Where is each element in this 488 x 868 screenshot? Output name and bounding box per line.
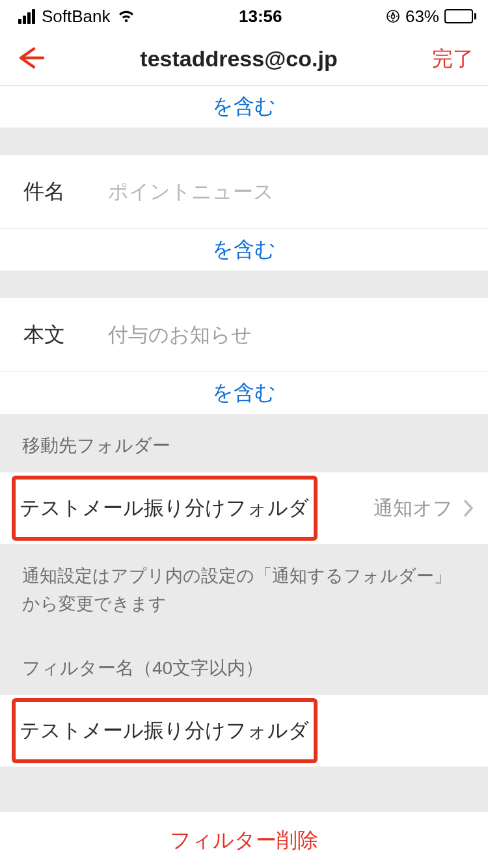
- arrow-left-icon: [14, 62, 46, 73]
- separator: [0, 128, 488, 155]
- filter-name-row: [0, 695, 488, 766]
- separator: [0, 766, 488, 812]
- filter-name-input[interactable]: [20, 719, 468, 742]
- condition1-contains-row[interactable]: を含む: [0, 86, 488, 128]
- notify-status: 通知オフ: [373, 495, 453, 522]
- delete-filter-label: フィルター削除: [170, 826, 318, 855]
- chevron-right-icon: [463, 499, 474, 517]
- body-section: 本文 を含む: [0, 298, 488, 414]
- rotation-lock-icon: [386, 9, 400, 23]
- battery-icon: [444, 9, 476, 23]
- subject-contains-row[interactable]: を含む: [0, 229, 488, 271]
- status-right: 63%: [386, 7, 476, 27]
- subject-label: 件名: [23, 178, 108, 206]
- contains-option: を含む: [212, 92, 276, 121]
- contains-option: を含む: [212, 379, 276, 407]
- nav-bar: testaddress@co.jp 完了: [0, 33, 488, 86]
- carrier-label: SoftBank: [42, 7, 111, 27]
- delete-filter-row[interactable]: フィルター削除: [0, 812, 488, 868]
- subject-row: 件名: [0, 155, 488, 229]
- done-button[interactable]: 完了: [432, 45, 474, 74]
- cellular-signal-icon: [18, 9, 35, 24]
- body-label: 本文: [23, 321, 108, 349]
- filter-name-header: フィルター名（40文字以内）: [0, 644, 488, 695]
- nav-title: testaddress@co.jp: [140, 46, 337, 72]
- dest-folder-name: テストメール振り分けフォルダ: [20, 495, 309, 522]
- notice-text: 通知設定はアプリ内の設定の「通知するフォルダー」から変更できます: [0, 544, 488, 644]
- subject-section: 件名 を含む: [0, 155, 488, 271]
- dest-folder-header: 移動先フォルダー: [0, 414, 488, 472]
- contains-option: を含む: [212, 236, 276, 264]
- status-left: SoftBank: [18, 7, 135, 27]
- body-row: 本文: [0, 298, 488, 372]
- status-bar: SoftBank 13:56 63%: [0, 0, 488, 33]
- dest-folder-row[interactable]: テストメール振り分けフォルダ 通知オフ: [0, 472, 488, 544]
- status-time: 13:56: [239, 7, 282, 27]
- body-contains-row[interactable]: を含む: [0, 372, 488, 414]
- battery-percent: 63%: [405, 7, 439, 27]
- wifi-icon: [117, 9, 135, 23]
- subject-input[interactable]: [108, 180, 465, 204]
- body-input[interactable]: [108, 323, 465, 347]
- svg-rect-1: [391, 15, 394, 18]
- separator: [0, 271, 488, 298]
- back-button[interactable]: [14, 45, 46, 74]
